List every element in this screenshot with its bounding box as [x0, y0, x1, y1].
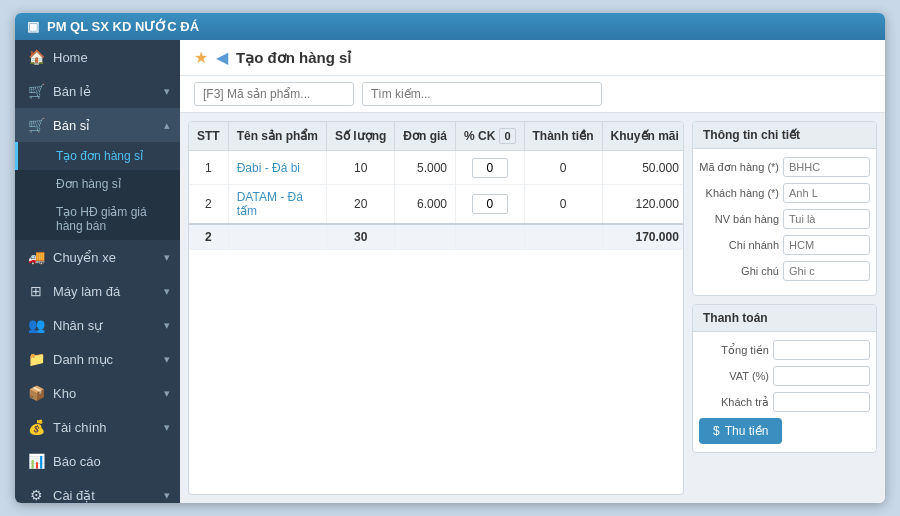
cell-ck1-1	[456, 151, 524, 185]
sidebar-sub-tao-don-label: Tạo đơn hàng sỉ	[56, 149, 143, 163]
sidebar-sub-don-hang-label: Đơn hàng sỉ	[56, 177, 121, 191]
main-panel: ★ ◀ Tạo đơn hàng sỉ STT Tên sản ph	[180, 40, 885, 503]
cell-stt-1: 1	[189, 151, 228, 185]
ck-input-row1[interactable]	[472, 158, 508, 178]
info-input-chi-nhanh[interactable]	[783, 235, 870, 255]
footer-price-empty	[395, 224, 456, 250]
payment-card-body: Tổng tiền VAT (%) Khách trả	[693, 332, 876, 452]
info-label-ghi-chu: Ghi chú	[699, 265, 779, 277]
sidebar-label-kho: Kho	[53, 386, 76, 401]
cell-price-1: 5.000	[395, 151, 456, 185]
table-row: 2 DATAM - Đá tấm 20 6.000 0 120.000	[189, 185, 684, 225]
favorite-icon[interactable]: ★	[194, 48, 208, 67]
sidebar-label-home: Home	[53, 50, 88, 65]
sidebar-item-may-lam-da[interactable]: ⊞ Máy làm đá	[15, 274, 180, 308]
info-label-nv: NV bán hàng	[699, 213, 779, 225]
folder-icon: 📁	[27, 351, 45, 367]
sidebar-sub-tao-hd-label: Tạo HĐ giảm giá hàng bán	[56, 205, 147, 233]
sidebar-label-tai-chinh: Tài chính	[53, 420, 106, 435]
truck-icon: 🚚	[27, 249, 45, 265]
col-promo: Khuyến mãi	[602, 122, 684, 151]
payment-input-tong[interactable]	[773, 340, 870, 360]
box-icon: 📦	[27, 385, 45, 401]
search-input[interactable]	[362, 82, 602, 106]
info-input-ghi-chu[interactable]	[783, 261, 870, 281]
cell-stt-2: 2	[189, 185, 228, 225]
cell-product-2[interactable]: DATAM - Đá tấm	[228, 185, 326, 225]
order-table: STT Tên sản phẩm Số lượng Đơn giá % CK 0	[189, 122, 684, 250]
sidebar-item-danh-muc[interactable]: 📁 Danh mục	[15, 342, 180, 376]
sidebar-label-ban-si: Bán sỉ	[53, 118, 90, 133]
info-input-khach-hang[interactable]	[783, 183, 870, 203]
info-row-nv: NV bán hàng	[699, 209, 870, 229]
chart-icon: 📊	[27, 453, 45, 469]
sidebar-item-bao-cao[interactable]: 📊 Báo cáo	[15, 444, 180, 478]
people-icon: 👥	[27, 317, 45, 333]
right-panel: Thông tin chi tiết Mã đơn hàng (*) Khách…	[692, 121, 877, 495]
info-card-body: Mã đơn hàng (*) Khách hàng (*) NV bán hà…	[693, 149, 876, 295]
pay-icon: $	[713, 424, 720, 438]
sidebar-item-ban-le[interactable]: 🛒 Bán lẻ	[15, 74, 180, 108]
cell-total-2: 120.000	[602, 185, 684, 225]
info-row-khach-hang: Khách hàng (*)	[699, 183, 870, 203]
sidebar-label-cai-dat: Cài đặt	[53, 488, 95, 503]
back-button[interactable]: ◀	[216, 48, 228, 67]
ck-badge: 0	[499, 128, 515, 144]
sidebar-item-tai-chinh[interactable]: 💰 Tài chính	[15, 410, 180, 444]
cell-qty-1: 10	[327, 151, 395, 185]
sidebar-label-ban-le: Bán lẻ	[53, 84, 91, 99]
footer-ck2-empty	[524, 224, 602, 250]
payment-label-vat: VAT (%)	[699, 370, 769, 382]
col-stt: STT	[189, 122, 228, 151]
app-window: ▣ PM QL SX KD NƯỚC ĐÁ 🏠 Home 🛒 Bán lẻ 🛒 …	[15, 13, 885, 503]
sidebar-item-cai-dat[interactable]: ⚙ Cài đặt	[15, 478, 180, 503]
sidebar-item-chuyen-xe[interactable]: 🚚 Chuyển xe	[15, 240, 180, 274]
payment-row-vat: VAT (%)	[699, 366, 870, 386]
cell-ck1-2	[456, 185, 524, 225]
cell-qty-2: 20	[327, 185, 395, 225]
gear-icon-1: ⚙	[27, 487, 45, 503]
cart-icon-2: 🛒	[27, 117, 45, 133]
cell-price-2: 6.000	[395, 185, 456, 225]
col-qty: Số lượng	[327, 122, 395, 151]
sidebar-sub-tao-don[interactable]: Tạo đơn hàng sỉ	[15, 142, 180, 170]
payment-input-vat[interactable]	[773, 366, 870, 386]
app-title-icon: ▣	[27, 19, 39, 34]
info-label-ma-don: Mã đơn hàng (*)	[699, 161, 779, 174]
title-bar: ▣ PM QL SX KD NƯỚC ĐÁ	[15, 13, 885, 40]
info-input-ma-don[interactable]	[783, 157, 870, 177]
table-row: 1 Đabi - Đá bi 10 5.000 0 50.000	[189, 151, 684, 185]
sidebar-label-bao-cao: Báo cáo	[53, 454, 101, 469]
panel-header: ★ ◀ Tạo đơn hàng sỉ	[180, 40, 885, 76]
product-code-input[interactable]	[194, 82, 354, 106]
panel-toolbar	[180, 76, 885, 113]
sidebar-item-ban-si[interactable]: 🛒 Bán sỉ	[15, 108, 180, 142]
footer-grand-total: 170.000	[602, 224, 684, 250]
cell-total-1: 50.000	[602, 151, 684, 185]
sidebar-item-home[interactable]: 🏠 Home	[15, 40, 180, 74]
table-area: STT Tên sản phẩm Số lượng Đơn giá % CK 0	[188, 121, 684, 495]
sidebar-sub-don-hang[interactable]: Đơn hàng sỉ	[15, 170, 180, 198]
cell-product-1[interactable]: Đabi - Đá bi	[228, 151, 326, 185]
ck-input-row2[interactable]	[472, 194, 508, 214]
col-ck: % CK 0	[456, 122, 524, 151]
sidebar-sub-tao-hd[interactable]: Tạo HĐ giảm giá hàng bán	[15, 198, 180, 240]
info-label-khach-hang: Khách hàng (*)	[699, 187, 779, 199]
sidebar-item-kho[interactable]: 📦 Kho	[15, 376, 180, 410]
main-content: 🏠 Home 🛒 Bán lẻ 🛒 Bán sỉ Tạo đơn hàng sỉ…	[15, 40, 885, 503]
sidebar-item-nhan-su[interactable]: 👥 Nhân sự	[15, 308, 180, 342]
info-row-chi-nhanh: Chi nhánh	[699, 235, 870, 255]
sidebar-label-danh-muc: Danh mục	[53, 352, 113, 367]
sidebar-label-chuyen-xe: Chuyển xe	[53, 250, 116, 265]
pay-button[interactable]: $ Thu tiền	[699, 418, 782, 444]
home-icon: 🏠	[27, 49, 45, 65]
col-price: Đơn giá	[395, 122, 456, 151]
col-product: Tên sản phẩm	[228, 122, 326, 151]
info-row-ghi-chu: Ghi chú	[699, 261, 870, 281]
cart-icon-1: 🛒	[27, 83, 45, 99]
footer-qty: 30	[327, 224, 395, 250]
payment-input-khach-tra[interactable]	[773, 392, 870, 412]
info-label-chi-nhanh: Chi nhánh	[699, 239, 779, 251]
sidebar-label-nhan-su: Nhân sự	[53, 318, 102, 333]
info-input-nv[interactable]	[783, 209, 870, 229]
